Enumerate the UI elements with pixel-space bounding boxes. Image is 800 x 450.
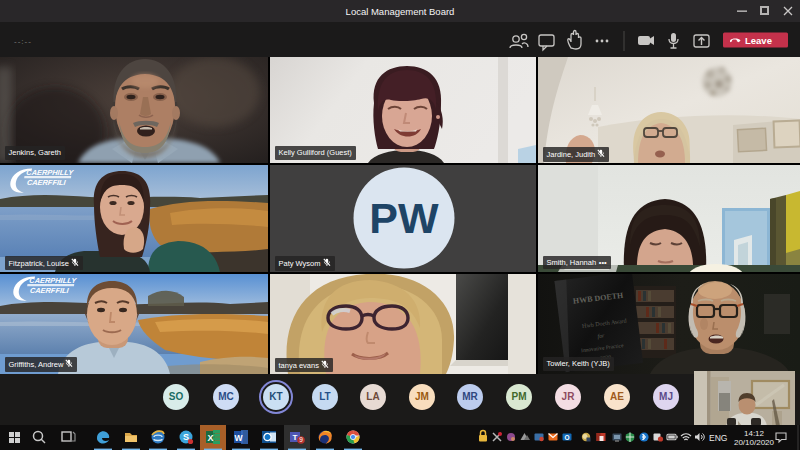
svg-text:9: 9 (299, 436, 303, 443)
svg-text:T: T (293, 433, 298, 442)
svg-text:14:12: 14:12 (744, 429, 765, 438)
svg-text:X: X (207, 433, 213, 443)
svg-text:PW: PW (369, 194, 439, 242)
svg-text:O: O (564, 434, 569, 441)
svg-text:20/10/2020: 20/10/2020 (734, 438, 775, 447)
svg-text:W: W (234, 433, 243, 443)
svg-text:ENG: ENG (709, 433, 727, 443)
svg-text:Leave: Leave (745, 35, 772, 46)
